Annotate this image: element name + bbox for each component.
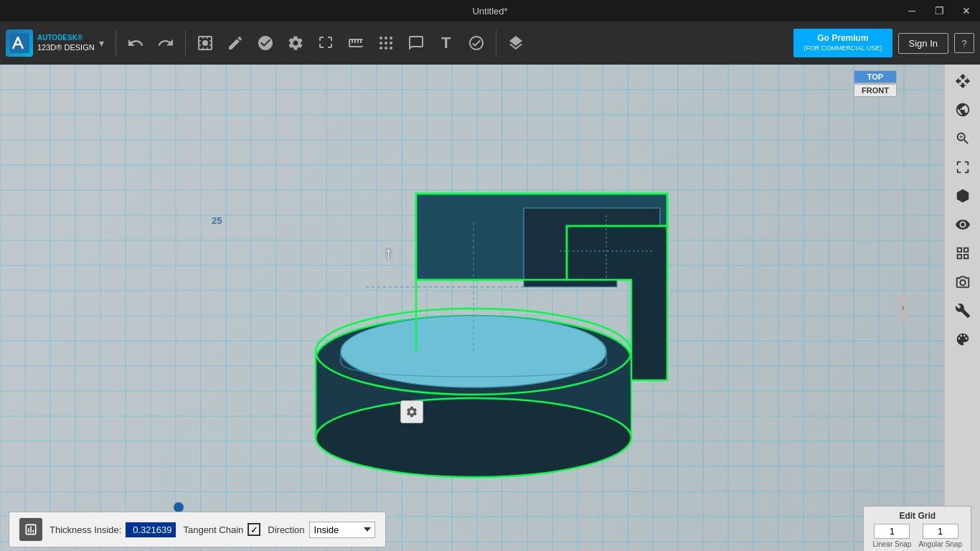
tool-options-panel: Thickness Inside: Tangent Chain Directio… [9,512,386,547]
direction-label: Direction [268,524,304,535]
tool1-button[interactable] [949,297,976,324]
text-button[interactable]: T [433,29,460,57]
pan-tool-button[interactable] [949,67,976,95]
redo-button[interactable] [152,29,179,57]
thickness-label: Thickness Inside: [50,524,121,535]
svg-point-6 [380,42,382,44]
svg-point-11 [390,47,392,50]
premium-button[interactable]: Go Premium (FOR COMMERCIAL USE) [793,29,892,57]
primitives-button[interactable] [192,29,219,57]
linear-snap-group: Linear Snap [872,524,911,548]
sep3 [496,30,496,56]
titlebar: Untitled* ─ ❐ ✕ [0,0,980,22]
measure-button[interactable] [342,29,369,57]
angular-snap-label: Angular Snap [918,540,962,548]
angular-snap-group: Angular Snap [918,524,962,548]
tool-icon [19,518,42,541]
svg-rect-0 [9,33,29,53]
bottom-panel: Thickness Inside: Tangent Chain Directio… [0,508,980,551]
group-button[interactable] [402,29,430,57]
undo-button[interactable] [122,29,149,57]
combine-button[interactable] [312,29,339,57]
svg-point-8 [390,42,392,44]
viewport[interactable]: 25 [0,65,944,551]
linear-snap-label: Linear Snap [872,540,911,548]
snap-button[interactable] [463,29,490,57]
angular-snap-input[interactable] [923,524,958,539]
eye-tool-button[interactable] [949,211,976,238]
camera-tool-button[interactable] [949,268,976,296]
view-cube-top-btn[interactable]: TOP [854,70,897,83]
tangent-chain-label: Tangent Chain [183,524,243,535]
layers-button[interactable] [502,29,529,57]
signin-button[interactable]: Sign In [898,33,948,54]
right-panel-collapse[interactable]: › [898,293,908,322]
logo-icon[interactable] [6,29,33,57]
maximize-button[interactable]: ❐ [925,0,953,22]
edit-grid-inputs: Linear Snap Angular Snap [872,524,962,548]
view-cube-front-btn[interactable]: FRONT [854,84,897,97]
svg-point-9 [380,47,382,50]
tangent-chain-checkbox[interactable] [248,523,260,536]
view-cube: TOP FRONT [847,70,904,97]
grid-tool-button[interactable] [949,240,976,267]
svg-point-10 [385,47,387,50]
modify-button[interactable] [282,29,309,57]
svg-point-7 [385,42,387,44]
zoom-tool-button[interactable] [949,125,976,152]
window-controls: ─ ❐ ✕ [898,0,980,22]
tangent-chain-group: Tangent Chain [183,523,260,536]
logo-dropdown-button[interactable]: ▾ [99,37,104,49]
close-button[interactable]: ✕ [953,0,980,22]
sketch-button[interactable] [222,29,249,57]
construct-button[interactable] [252,29,279,57]
linear-snap-input[interactable] [874,524,910,539]
minimize-button[interactable]: ─ [898,0,925,22]
edit-grid-panel: Edit Grid Linear Snap Angular Snap [863,506,971,551]
direction-group: Direction Inside Outside Symmetric [268,522,374,538]
toolbar: AUTODESK® 123D® DESIGN ▾ T [0,22,980,65]
sep1 [116,30,116,56]
direction-select[interactable]: Inside Outside Symmetric [309,522,375,538]
shape-gear-button[interactable] [400,400,423,423]
orbit-tool-button[interactable] [949,96,976,123]
svg-point-13 [316,398,631,477]
svg-point-4 [385,37,387,39]
main-area: 25 [0,65,980,551]
box-view-button[interactable] [949,182,976,209]
svg-point-3 [380,37,382,39]
thickness-field-group: Thickness Inside: [50,522,176,537]
help-button[interactable]: ? [954,33,974,53]
shape-arrow: ↑ [385,244,392,263]
product-name: 123D® DESIGN [37,42,95,52]
window-title: Untitled* [472,6,507,17]
pattern-button[interactable] [372,29,400,57]
thickness-input[interactable] [126,522,176,537]
tool2-button[interactable] [949,326,976,353]
right-panel [944,65,980,551]
view-cube-front-row: FRONT [847,84,904,97]
edit-grid-title: Edit Grid [899,511,936,521]
fit-tool-button[interactable] [949,154,976,181]
toolbar-right: Go Premium (FOR COMMERCIAL USE) Sign In … [793,29,974,57]
svg-point-5 [390,37,392,39]
view-cube-top: TOP [847,70,904,83]
sep2 [185,30,186,56]
svg-point-2 [202,40,208,46]
3d-shape [165,108,739,524]
logo-text: AUTODESK® 123D® DESIGN [37,33,95,52]
brand-name: AUTODESK® [37,33,95,42]
logo-area: AUTODESK® 123D® DESIGN ▾ [6,29,104,57]
